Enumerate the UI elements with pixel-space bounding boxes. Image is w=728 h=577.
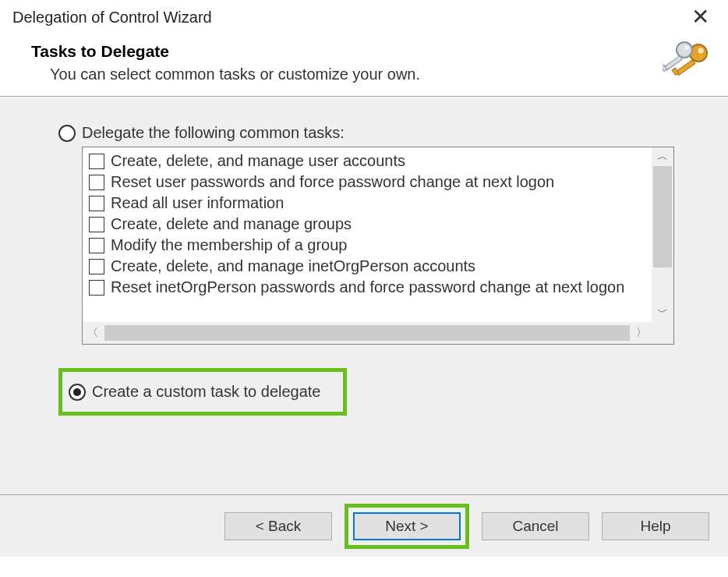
- highlight-custom-task: Create a custom task to delegate: [58, 368, 347, 416]
- wizard-footer: < Back Next > Cancel Help: [0, 494, 728, 557]
- horizontal-scrollbar[interactable]: 〈 〉: [83, 322, 652, 344]
- scroll-up-icon[interactable]: ︿: [652, 147, 673, 166]
- close-icon[interactable]: ✕: [685, 6, 716, 28]
- page-title: Tasks to Delegate: [31, 42, 712, 61]
- scroll-left-icon[interactable]: 〈: [83, 322, 103, 344]
- svg-rect-3: [672, 68, 679, 75]
- list-item[interactable]: Reset user passwords and force password …: [89, 172, 645, 193]
- checkbox-icon[interactable]: [89, 238, 104, 253]
- back-button[interactable]: < Back: [224, 512, 332, 540]
- tasks-scroll-viewport: Create, delete, and manage user accounts…: [83, 147, 652, 322]
- svg-point-4: [677, 42, 692, 58]
- radio-checked-icon: [69, 384, 86, 401]
- list-item[interactable]: Read all user information: [89, 193, 645, 214]
- wizard-header: Tasks to Delegate You can select common …: [0, 33, 728, 96]
- scroll-thumb[interactable]: [104, 325, 630, 341]
- scroll-thumb[interactable]: [653, 166, 672, 267]
- checkbox-icon[interactable]: [89, 196, 104, 211]
- task-label: Modify the membership of a group: [111, 236, 348, 254]
- page-subtitle: You can select common tasks or customize…: [50, 65, 712, 83]
- checkbox-icon[interactable]: [89, 259, 104, 274]
- radio-common-tasks[interactable]: Delegate the following common tasks:: [58, 124, 687, 142]
- list-item[interactable]: Create, delete, and manage inetOrgPerson…: [89, 256, 645, 277]
- titlebar: Delegation of Control Wizard ✕: [0, 0, 728, 33]
- task-label: Read all user information: [111, 194, 284, 212]
- task-label: Reset user passwords and force password …: [111, 173, 554, 191]
- task-label: Create, delete, and manage inetOrgPerson…: [111, 257, 475, 275]
- checkbox-icon[interactable]: [89, 217, 104, 232]
- keys-icon: [663, 41, 712, 84]
- vertical-scrollbar[interactable]: ︿ ﹀: [652, 147, 673, 322]
- svg-point-5: [684, 45, 689, 50]
- radio-custom-label: Create a custom task to delegate: [92, 383, 321, 401]
- window-title: Delegation of Control Wizard: [12, 9, 212, 27]
- scroll-right-icon[interactable]: 〉: [631, 322, 652, 344]
- radio-common-label: Delegate the following common tasks:: [82, 124, 345, 142]
- checkbox-icon[interactable]: [89, 154, 104, 169]
- next-button[interactable]: Next >: [353, 512, 461, 540]
- svg-rect-6: [664, 56, 682, 70]
- common-tasks-listbox[interactable]: Create, delete, and manage user accounts…: [82, 147, 674, 345]
- checkbox-icon[interactable]: [89, 175, 104, 190]
- scroll-down-icon[interactable]: ﹀: [652, 303, 673, 322]
- content-panel: Delegate the following common tasks: Cre…: [0, 97, 728, 494]
- list-item[interactable]: Create, delete, and manage user accounts: [89, 150, 645, 172]
- task-label: Create, delete and manage groups: [111, 215, 352, 233]
- task-label: Reset inetOrgPerson passwords and force …: [111, 278, 624, 296]
- scroll-corner: [652, 322, 673, 344]
- radio-custom-task[interactable]: Create a custom task to delegate: [69, 383, 321, 401]
- radio-icon: [58, 125, 76, 142]
- highlight-next-button: Next >: [345, 504, 469, 549]
- task-label: Create, delete, and manage user accounts: [111, 152, 405, 170]
- svg-point-1: [698, 48, 704, 54]
- help-button[interactable]: Help: [602, 512, 709, 540]
- list-item[interactable]: Reset inetOrgPerson passwords and force …: [89, 277, 645, 298]
- cancel-button[interactable]: Cancel: [482, 512, 589, 540]
- checkbox-icon[interactable]: [89, 280, 104, 296]
- list-item[interactable]: Modify the membership of a group: [89, 235, 645, 256]
- list-item[interactable]: Create, delete and manage groups: [89, 214, 645, 235]
